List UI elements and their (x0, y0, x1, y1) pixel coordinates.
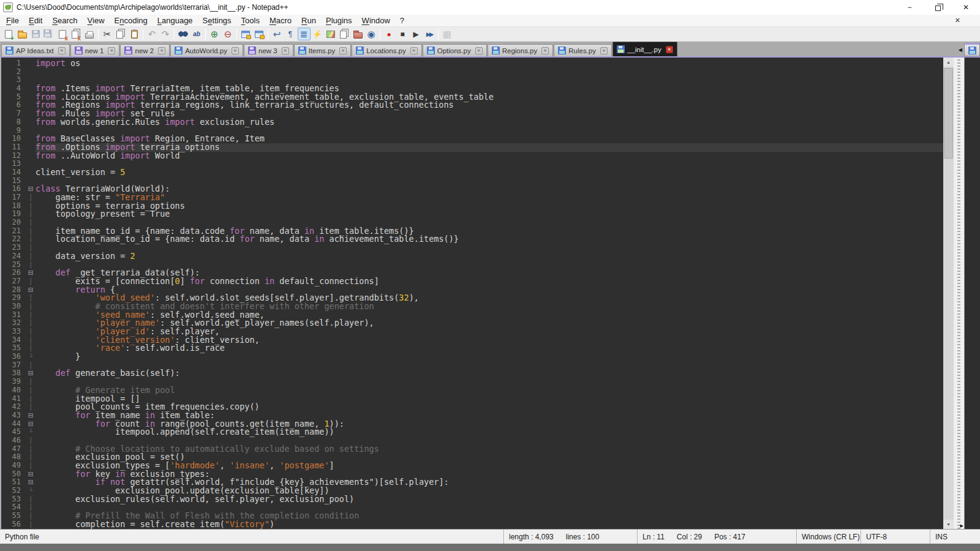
code-line[interactable]: 27│ exits = [connection[0] for connectio… (1, 277, 943, 286)
code-line[interactable]: 40│ # Generate item pool (1, 386, 943, 395)
menu-run[interactable]: Run (296, 15, 321, 26)
tab-close-icon[interactable]: ✕ (282, 47, 289, 54)
paste-button[interactable] (128, 28, 141, 40)
code-line[interactable]: 35│ 'race': self.world.is_race (1, 344, 943, 353)
undo-button[interactable]: ↶ (146, 28, 159, 40)
code-line[interactable]: 53│ exclusion_rules(self.world, self.pla… (1, 495, 943, 504)
tab-autoworld-py[interactable]: AutoWorld.py✕ (170, 44, 243, 56)
close-document-button[interactable] (56, 28, 69, 40)
find-button[interactable] (177, 28, 190, 40)
menu-help[interactable]: ? (395, 15, 409, 26)
tab-close-icon[interactable]: ✕ (600, 47, 608, 54)
fold-marker[interactable]: ⊟ (26, 286, 36, 294)
macro-play-button[interactable]: ▶ (410, 28, 423, 40)
tab-close-icon[interactable]: ✕ (232, 47, 239, 54)
code-line[interactable]: 38⊟ def generate_basic(self): (1, 369, 943, 378)
menu-encoding[interactable]: Encoding (110, 15, 153, 26)
cut-button[interactable]: ✂ (101, 28, 114, 40)
fold-marker[interactable]: ⊟ (26, 478, 36, 487)
menu-plugins[interactable]: Plugins (321, 15, 357, 26)
document-map-button[interactable] (325, 28, 337, 40)
menu-file[interactable]: File (1, 15, 24, 26)
show-indent-guide-button[interactable]: ≣ (298, 28, 311, 40)
redo-button[interactable]: ↷ (159, 28, 172, 40)
fold-marker[interactable]: ⊟ (26, 411, 36, 420)
status-eol-format[interactable]: Windows (CR LF) (796, 530, 861, 544)
menu-search[interactable]: Search (47, 15, 82, 26)
word-wrap-button[interactable]: ↩ (271, 28, 284, 40)
tab-regions-py[interactable]: Regions.py✕ (488, 44, 554, 56)
close-window-button[interactable]: ✕ (952, 0, 980, 15)
code-line[interactable]: 23│ (1, 244, 943, 252)
macro-save-button[interactable]: ▦ (441, 28, 454, 40)
menu-window[interactable]: Window (357, 15, 395, 26)
monitoring-button[interactable]: ◉ (365, 28, 378, 40)
tab-items-py[interactable]: Items.py✕ (294, 44, 351, 56)
fold-marker[interactable]: ⊟ (26, 420, 36, 429)
code-line[interactable]: 56│ completion = self.create_item("Victo… (1, 520, 943, 529)
zoom-out-button[interactable]: ⊖ (222, 28, 235, 40)
tab-new-2[interactable]: new 2✕ (120, 44, 170, 56)
scrollbar-thumb[interactable] (944, 68, 953, 159)
tab-options-py[interactable]: Options.py✕ (423, 44, 487, 56)
tab-scroll-left-button[interactable]: ◀ (957, 47, 964, 56)
tab-__init__-py[interactable]: __init__.py✕ (612, 42, 677, 56)
close-all-documents-button[interactable] (70, 28, 83, 40)
fold-marker[interactable]: ⊟ (26, 269, 36, 277)
copy-button[interactable] (115, 28, 127, 40)
menu-macro[interactable]: Macro (265, 15, 296, 26)
scroll-up-arrow[interactable]: ▲ (943, 58, 954, 67)
code-line[interactable]: 24│ data_version = 2 (1, 252, 943, 261)
sync-vertical-scroll-button[interactable] (239, 28, 252, 40)
tab-close-icon[interactable]: ✕ (339, 47, 347, 54)
code-line[interactable]: 2 (1, 68, 943, 77)
secondary-view-tab[interactable] (964, 43, 980, 56)
save-all-button[interactable] (43, 28, 56, 40)
tab-ap-ideas-txt[interactable]: AP Ideas.txt✕ (1, 44, 70, 56)
code-line[interactable]: 12from ..AutoWorld import World (1, 152, 943, 160)
tab-rules-py[interactable]: Rules.py✕ (554, 44, 612, 56)
code-line[interactable]: 14client_version = 5 (1, 168, 943, 177)
tab-close-icon[interactable]: ✕ (58, 47, 66, 54)
code-line[interactable]: 1import os (1, 59, 943, 68)
open-file-button[interactable] (16, 28, 29, 40)
document-list-button[interactable] (338, 28, 351, 40)
tab-close-icon[interactable]: ✕ (410, 47, 418, 54)
macro-stop-button[interactable]: ■ (396, 28, 409, 40)
menu-view[interactable]: View (83, 15, 110, 26)
tab-new-1[interactable]: new 1✕ (70, 44, 120, 56)
code-line[interactable]: 19│ topology_present = True (1, 210, 943, 219)
tab-locations-py[interactable]: Locations.py✕ (352, 44, 422, 56)
fold-marker[interactable]: ⊟ (26, 185, 36, 193)
code-line[interactable]: 8from worlds.generic.Rules import exclus… (1, 118, 943, 127)
status-typing-mode[interactable]: INS (930, 530, 980, 544)
tab-new-3[interactable]: new 3✕ (244, 44, 293, 56)
code-line[interactable]: 45└ itempool.append(self.create_item(ite… (1, 428, 943, 437)
save-button[interactable] (29, 28, 42, 40)
sync-horizontal-scroll-button[interactable] (253, 28, 266, 40)
fold-marker[interactable]: ⊟ (26, 470, 36, 479)
menu-edit[interactable]: Edit (24, 15, 47, 26)
scroll-down-arrow[interactable]: ▼ (943, 520, 954, 529)
minimize-button[interactable]: − (895, 0, 924, 15)
menu-settings[interactable]: Settings (198, 15, 236, 26)
replace-button[interactable]: ab (190, 28, 203, 40)
tab-close-icon[interactable]: ✕ (475, 47, 483, 54)
tab-close-icon[interactable]: ✕ (666, 46, 673, 53)
restore-button[interactable] (924, 0, 952, 15)
macro-record-button[interactable]: ● (383, 28, 396, 40)
show-all-characters-button[interactable]: ¶ (284, 28, 297, 40)
zoom-in-button[interactable]: ⊕ (208, 28, 221, 40)
menu-tools[interactable]: Tools (236, 15, 265, 26)
fold-marker[interactable]: ⊟ (26, 369, 36, 378)
menu-language[interactable]: Language (153, 15, 198, 26)
close-current-document-button[interactable]: ✕ (952, 17, 963, 24)
tab-close-icon[interactable]: ✕ (158, 47, 165, 54)
macro-run-multiple-button[interactable]: ▶▶ (423, 28, 436, 40)
view-splitter[interactable]: ▶ (954, 58, 964, 529)
vertical-scrollbar[interactable]: ▲ ▼ (943, 58, 954, 529)
new-file-button[interactable] (2, 28, 15, 40)
tab-close-icon[interactable]: ✕ (541, 47, 549, 54)
code-line[interactable]: 13 (1, 160, 943, 168)
print-button[interactable] (83, 28, 96, 40)
